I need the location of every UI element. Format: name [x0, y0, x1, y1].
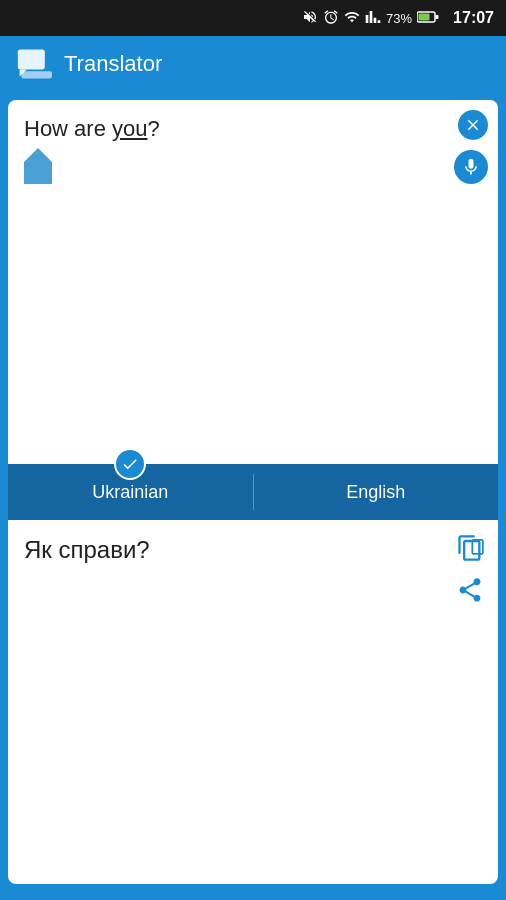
status-icons: 73% [302, 9, 439, 28]
source-language-label: Ukrainian [92, 482, 168, 503]
app-header: Translator [0, 36, 506, 92]
svg-marker-6 [24, 148, 52, 184]
text-cursor [24, 148, 52, 184]
wifi-icon [344, 9, 360, 28]
clear-button[interactable] [458, 110, 488, 140]
svg-rect-3 [18, 50, 45, 70]
input-text-underlined: you [112, 116, 147, 141]
language-bar: Ukrainian English [8, 464, 498, 520]
mic-button[interactable] [454, 150, 488, 184]
share-button[interactable] [452, 572, 488, 608]
chat-icon [16, 46, 52, 82]
signal-icon [365, 9, 381, 28]
mute-icon [302, 9, 318, 28]
app-title: Translator [64, 51, 162, 77]
target-language-label: English [346, 482, 405, 503]
svg-rect-1 [419, 13, 430, 20]
bottom-bar [0, 892, 506, 900]
battery-text: 73% [386, 11, 412, 26]
alarm-icon [323, 9, 339, 28]
battery-icon [417, 11, 439, 26]
status-bar: 73% 17:07 [0, 0, 506, 36]
target-language-button[interactable]: English [254, 464, 499, 520]
source-language-button[interactable]: Ukrainian [8, 464, 253, 520]
status-time: 17:07 [453, 9, 494, 27]
svg-rect-5 [21, 71, 52, 78]
input-text-prefix: How are [24, 116, 112, 141]
copy-button[interactable] [452, 530, 488, 566]
check-circle [114, 448, 146, 480]
input-section: How are you? [8, 100, 498, 464]
output-section: Як справи? [8, 520, 498, 884]
input-text-suffix: ? [148, 116, 160, 141]
output-text-area: Як справи? [8, 520, 498, 884]
input-text-area[interactable]: How are you? [8, 100, 498, 464]
main-content: How are you? Ukr [0, 92, 506, 892]
translated-text: Як справи? [24, 536, 150, 563]
svg-rect-2 [436, 15, 439, 19]
